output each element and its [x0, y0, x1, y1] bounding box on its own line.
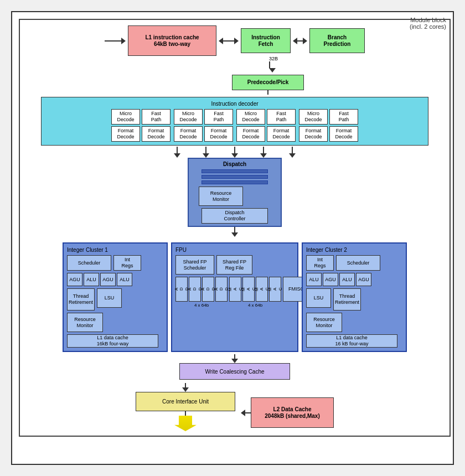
add-4: ADD	[215, 277, 228, 302]
instruction-fetch-box: InstructionFetch	[241, 28, 291, 53]
c1-agu-alu: AGU ALU AGU ALU	[67, 273, 163, 286]
cluster-1-inner: Scheduler IntRegs AGU ALU AGU ALU	[67, 255, 163, 348]
fpu-label: FPU	[175, 247, 294, 253]
to-write-coal	[41, 354, 428, 363]
outer-frame: L1 instruction cache64kB two-way Instruc…	[19, 19, 451, 437]
decoder-bottom-row-3: FormatDecode FormatDecode	[236, 126, 296, 142]
decoder-group-2: MicroDecode FastPath FormatDecode Format…	[174, 109, 233, 142]
micro-decode-3: MicroDecode	[236, 109, 265, 125]
c2-agu-alu: ALU AGU ALU AGU	[306, 273, 402, 286]
predecode-row: Predecode/Pick	[232, 73, 304, 90]
add-2: ADD	[189, 277, 201, 302]
lsu-1: LSU	[97, 288, 122, 308]
add-1: ADD	[175, 277, 188, 302]
arr3	[231, 153, 238, 158]
agu-3: AGU	[323, 273, 338, 286]
scheduler-2: Scheduler	[336, 255, 380, 271]
arr4	[260, 153, 267, 158]
decoder-top-row-3: MicroDecode FastPath	[236, 109, 296, 125]
c1-row1: Scheduler IntRegs	[67, 255, 163, 271]
resource-monitor-dispatch: ResourceMonitor	[199, 187, 243, 206]
core-interface-unit: Core Interface Unit	[136, 392, 235, 411]
add-3: ADD	[202, 277, 214, 302]
thread-retirement-2: ThreadRetirement	[333, 288, 361, 311]
queue-line-2	[202, 175, 268, 179]
dispatch-label: Dispatch	[223, 161, 246, 167]
arrow-left-bp	[293, 38, 297, 44]
agu-1: AGU	[67, 273, 82, 286]
alu-3: ALU	[306, 273, 322, 286]
format-decode-3a: FormatDecode	[236, 126, 265, 142]
resource-monitor-2: ResourceMonitor	[306, 313, 342, 332]
resource-monitor-1: ResourceMonitor	[67, 313, 103, 332]
format-decode-4b: FormatDecode	[329, 126, 358, 142]
bus-width-label: 32B	[269, 56, 278, 61]
mac-group: MAC MAC MAC MAC 4 x 64b	[229, 277, 281, 308]
if-to-predecode: 32B	[24, 56, 445, 73]
decoder-bottom-row-2: FormatDecode FormatDecode	[174, 126, 233, 142]
mac-4: MAC	[269, 277, 281, 302]
arrow-right-bp	[303, 38, 307, 44]
decoder-group-3: MicroDecode FastPath FormatDecode Format…	[236, 109, 296, 142]
predecode-box: Predecode/Pick	[232, 75, 304, 90]
format-decode-1a: FormatDecode	[111, 126, 140, 142]
fpu-inner: Shared FPScheduler Shared FPReg File ADD	[175, 255, 294, 311]
fast-path-2: FastPath	[204, 109, 233, 125]
format-decode-3b: FormatDecode	[267, 126, 296, 142]
arr1	[174, 153, 180, 158]
predecode-to-decoder	[24, 90, 445, 95]
cluster-2-inner: IntRegs Scheduler ALU AGU ALU AGU	[306, 255, 402, 348]
format-decode-2a: FormatDecode	[174, 126, 203, 142]
fpu-top: Shared FPScheduler Shared FPReg File	[175, 255, 294, 275]
decoder-label: Instruction decoder	[45, 101, 425, 107]
fast-path-4: FastPath	[329, 109, 358, 125]
shared-fp-reg-file: Shared FPReg File	[216, 255, 252, 275]
clusters-row: Integer Cluster 1 Scheduler IntRegs AGU	[24, 242, 445, 352]
alu-1: ALU	[84, 273, 99, 286]
queue-line-3	[202, 180, 268, 184]
dispatch-section: Dispatch ResourceMonitor Dispatc	[41, 158, 428, 227]
int-regs-1: IntRegs	[113, 255, 141, 271]
arrow-left-if	[219, 38, 223, 44]
fast-path-1: FastPath	[142, 109, 170, 125]
fast-path-3: FastPath	[267, 109, 296, 125]
mac-2: MAC	[242, 277, 255, 302]
arrow-right-if	[234, 38, 239, 44]
arrow-l2-left	[241, 410, 245, 416]
shared-fp-scheduler: Shared FPScheduler	[175, 255, 214, 275]
decoder-groups: MicroDecode FastPath FormatDecode Format…	[45, 109, 425, 142]
integer-cluster-1: Integer Cluster 1 Scheduler IntRegs AGU	[63, 242, 168, 352]
arrow-to-core-if	[182, 387, 189, 392]
agu-2: AGU	[100, 273, 116, 286]
mac-3: MAC	[256, 277, 268, 302]
dispatch-arrow-down	[231, 232, 238, 237]
add-group: ADD ADD ADD ADD 4 x 64b	[175, 277, 228, 308]
mac-1: MAC	[229, 277, 241, 302]
dispatch-to-clusters	[41, 227, 428, 237]
decoder-group-4: MicroDecode FastPath FormatDecode Format…	[299, 109, 358, 142]
cluster-1-label: Integer Cluster 1	[67, 247, 163, 253]
c2-row1: IntRegs Scheduler	[306, 255, 402, 271]
c1-row4: ResourceMonitor	[67, 313, 163, 332]
c2-row4: ResourceMonitor	[306, 313, 402, 332]
int-regs-2: IntRegs	[306, 255, 334, 271]
arr5	[289, 153, 296, 158]
lsu-2: LSU	[306, 288, 331, 308]
arr2	[203, 153, 209, 158]
micro-decode-2: MicroDecode	[174, 109, 203, 125]
agu-4: AGU	[356, 273, 371, 286]
scheduler-1: Scheduler	[67, 255, 111, 271]
instruction-decoder: Instruction decoder MicroDecode FastPath…	[41, 97, 428, 146]
l2-data-cache: L2 Data Cache2048kB (shared,Max)	[251, 397, 334, 428]
l1-data-1: L1 data cache16kB four-way	[67, 334, 158, 348]
diagram-container: Module block(incl. 2 cores) L1 instructi…	[11, 11, 454, 465]
integer-cluster-2: Integer Cluster 2 IntRegs Scheduler ALU	[302, 242, 407, 352]
fpu-units: ADD ADD ADD ADD 4 x 64b MAC MAC	[175, 277, 294, 311]
format-decode-2b: FormatDecode	[204, 126, 233, 142]
fpu-cluster: FPU Shared FPScheduler Shared FPReg File	[171, 242, 298, 352]
bottom-row: Core Interface Unit L2 Data Cache2048kB …	[41, 383, 428, 431]
decoder-top-row-2: MicroDecode FastPath	[174, 109, 233, 125]
queue-line-1	[202, 169, 268, 173]
micro-decode-1: MicroDecode	[111, 109, 140, 125]
vline-if-predecode	[269, 61, 270, 68]
